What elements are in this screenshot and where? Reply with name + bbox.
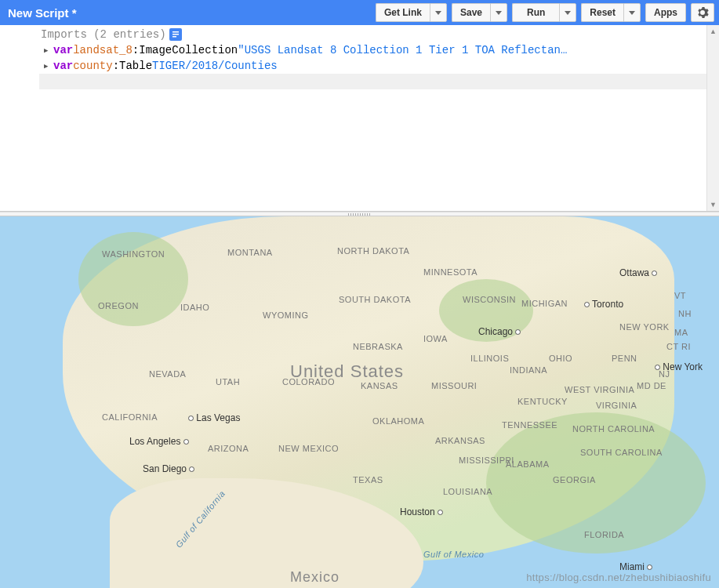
doc-icon[interactable] xyxy=(169,28,182,41)
state-label: FLORIDA xyxy=(584,530,624,539)
editor-header: New Script * Get Link Save Run Reset App… xyxy=(0,0,719,25)
caret-down-icon xyxy=(629,11,635,15)
import-row[interactable]: ▶var landsat_8: ImageCollection "USGS La… xyxy=(39,42,719,58)
scroll-up-icon[interactable]: ▲ xyxy=(707,25,719,38)
imports-label: Imports (2 entries) xyxy=(41,28,166,41)
state-label: TEXAS xyxy=(353,475,383,485)
gutter xyxy=(0,25,39,211)
type: Table xyxy=(119,60,152,72)
city-label: New York xyxy=(655,361,703,372)
city-label: Las Vegas xyxy=(188,412,240,423)
state-label: KENTUCKY xyxy=(517,397,568,406)
grip-icon xyxy=(348,213,372,216)
colon: : xyxy=(113,60,119,72)
run-button[interactable]: Run xyxy=(512,3,559,22)
state-label: SOUTH CAROLINA xyxy=(580,448,663,457)
run-dropdown[interactable] xyxy=(559,3,576,22)
state-label: NEW YORK xyxy=(619,322,670,332)
state-label: WYOMING xyxy=(263,310,309,320)
city-label: San Diego xyxy=(143,463,194,474)
keyword: var xyxy=(53,60,73,72)
city-label: Chicago xyxy=(478,326,521,337)
city-dot-icon xyxy=(515,329,521,335)
city-dot-icon xyxy=(652,270,657,276)
map[interactable]: United States Mexico WASHINGTONMONTANANO… xyxy=(0,216,719,588)
expand-icon[interactable]: ▶ xyxy=(44,46,50,55)
gear-icon xyxy=(696,6,709,19)
var-name: landsat_8 xyxy=(73,44,133,56)
code-editor[interactable]: ▼ Imports (2 entries) ▶var landsat_8: Im… xyxy=(0,25,719,212)
state-label: NORTH DAKOTA xyxy=(337,246,409,256)
state-label: COLORADO xyxy=(282,377,335,387)
state-label: MISSOURI xyxy=(431,381,477,390)
script-title: New Script * xyxy=(5,6,376,20)
import-value[interactable]: "USGS Landsat 8 Collection 1 Tier 1 TOA … xyxy=(238,44,567,56)
city-dot-icon xyxy=(655,365,660,370)
state-label: MA xyxy=(674,328,688,337)
caret-down-icon xyxy=(435,11,441,15)
keyword: var xyxy=(53,44,73,56)
state-label: UTAH xyxy=(216,377,240,387)
reset-button[interactable]: Reset xyxy=(581,3,623,22)
state-label: NORTH CAROLINA xyxy=(572,424,655,434)
caret-down-icon xyxy=(496,11,502,15)
state-label: OHIO xyxy=(549,354,572,363)
state-label: MINNESOTA xyxy=(423,267,478,277)
reset-dropdown[interactable] xyxy=(623,3,641,22)
state-label: ARIZONA xyxy=(208,444,249,453)
state-label: MD DE xyxy=(637,381,666,390)
expand-icon[interactable]: ▶ xyxy=(44,62,50,71)
save-button[interactable]: Save xyxy=(452,3,490,22)
state-label: NEW MEXICO xyxy=(278,444,339,453)
state-label: OREGON xyxy=(98,301,139,310)
state-label: WASHINGTON xyxy=(102,249,165,259)
code-line[interactable]: 1 xyxy=(39,74,719,89)
city-label: Los Angeles xyxy=(129,436,189,447)
apps-button[interactable]: Apps xyxy=(645,3,686,22)
toolbar: Get Link Save Run Reset Apps xyxy=(376,3,714,22)
state-label: IOWA xyxy=(423,334,448,343)
var-name: county xyxy=(73,60,112,72)
state-label: IDAHO xyxy=(180,303,209,312)
state-label: MICHIGAN xyxy=(521,299,568,308)
city-dot-icon xyxy=(584,302,590,307)
state-label: PENN xyxy=(612,354,637,363)
state-label: VIRGINIA xyxy=(596,401,637,410)
state-label: NEBRASKA xyxy=(353,342,403,351)
scroll-down-icon[interactable]: ▼ xyxy=(707,198,719,211)
settings-button[interactable] xyxy=(691,3,714,22)
state-label: WEST VIRGINIA xyxy=(565,385,634,394)
get-link-button[interactable]: Get Link xyxy=(376,3,430,22)
state-label: SOUTH DAKOTA xyxy=(339,295,411,304)
import-row[interactable]: ▶var county: Table TIGER/2018/Counties xyxy=(39,58,719,74)
get-link-dropdown[interactable] xyxy=(430,3,447,22)
city-dot-icon xyxy=(438,510,443,515)
state-label: CT RI xyxy=(666,342,691,351)
caret-down-icon xyxy=(565,11,571,15)
state-label: CALIFORNIA xyxy=(102,412,158,422)
city-dot-icon xyxy=(183,439,189,445)
save-dropdown[interactable] xyxy=(490,3,507,22)
state-label: INDIANA xyxy=(510,365,547,375)
import-value[interactable]: TIGER/2018/Counties xyxy=(152,60,278,72)
vegetation xyxy=(78,232,188,326)
state-label: WISCONSIN xyxy=(463,295,516,304)
state-label: LOUISIANA xyxy=(443,487,492,496)
state-label: MONTANA xyxy=(227,248,273,257)
watermark: https://blog.csdn.net/zhebushibiaoshifu xyxy=(526,572,711,583)
colon: : xyxy=(133,44,139,56)
state-label: VT xyxy=(674,291,686,300)
imports-header-row[interactable]: ▼ Imports (2 entries) xyxy=(39,27,719,42)
state-label: OKLAHOMA xyxy=(372,416,424,426)
code-content[interactable]: ▼ Imports (2 entries) ▶var landsat_8: Im… xyxy=(39,25,719,211)
city-dot-icon xyxy=(647,564,652,570)
vertical-scrollbar[interactable]: ▲ ▼ xyxy=(706,25,719,211)
type: ImageCollection xyxy=(139,44,238,56)
country-label-mexico: Mexico xyxy=(290,569,340,586)
city-dot-icon xyxy=(188,416,194,421)
state-label: NH xyxy=(678,309,692,318)
city-dot-icon xyxy=(189,466,194,472)
state-label: ALABAMA xyxy=(506,459,549,469)
city-label: Toronto xyxy=(584,299,623,310)
city-label: Houston xyxy=(400,506,443,517)
